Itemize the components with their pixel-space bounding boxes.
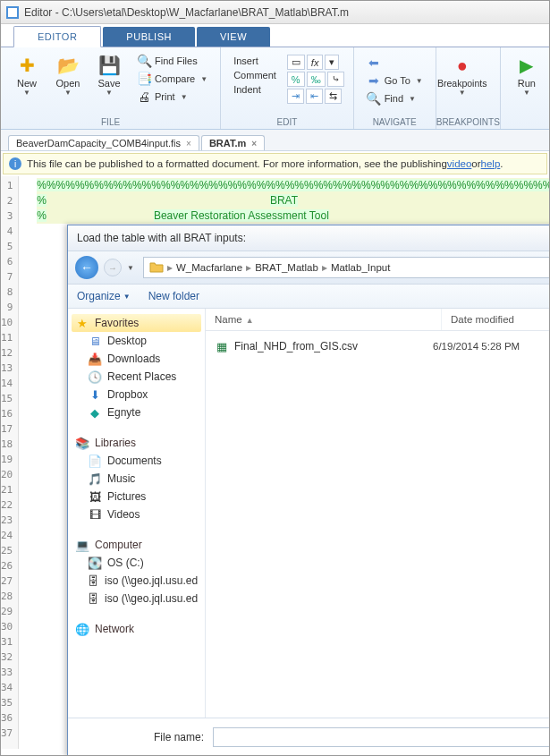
sidebar-item-desktop[interactable]: 🖥Desktop [72,332,201,350]
star-icon: ★ [75,316,89,330]
arrow-left-icon: ⬅ [367,55,381,70]
find-files-button[interactable]: 🔍 Find Files [133,53,211,69]
goto-icon: ➡ [367,73,381,88]
insert-section-button[interactable]: ▭ [287,55,305,70]
nav-history-dropdown[interactable]: ▼ [127,264,138,272]
dropdown-icon: ▼ [64,89,72,97]
sidebar-item-music[interactable]: 🎵Music [72,470,201,488]
column-header-date[interactable]: Date modified [442,309,550,330]
insert-fx-button[interactable]: fx [307,55,324,70]
tab-publish[interactable]: PUBLISH [103,27,195,47]
uncomment-button[interactable]: ‰ [307,72,326,87]
sidebar-item-dropbox[interactable]: ⬇Dropbox [72,386,201,403]
sidebar-item-downloads[interactable]: 📥Downloads [72,350,201,368]
find-button[interactable]: 🔍Find▼ [363,90,427,106]
dropdown-icon: ▼ [106,89,113,97]
help-link[interactable]: help [481,158,501,169]
ribbon-group-run: ▶ Run ▼ ▶ Run a Tim [501,47,550,129]
folder-icon [149,260,164,275]
ribbon: ✚ New ▼ 📂 Open ▼ 💾 Save ▼ 🔍 Find Files [1,47,549,130]
svg-rect-1 [8,8,17,17]
print-icon: 🖨 [137,89,151,104]
file-tab[interactable]: BeaverDamCapacity_COMB4input.fis × [8,135,199,150]
breadcrumb-item[interactable]: W_Macfarlane [176,262,242,273]
open-button[interactable]: 📂 Open ▼ [47,51,89,97]
insert-more-button[interactable]: ▾ [325,55,339,70]
indent-right-button[interactable]: ⇥ [287,89,304,104]
network-drive-icon: 🗄 [88,591,99,606]
new-folder-button[interactable]: New folder [148,290,199,302]
ribbon-group-edit: Insert Comment Indent ▭ fx ▾ % ‰ ⤷ ⇥ ⇤ [221,47,353,129]
filename-label: File name: [79,731,213,743]
video-link[interactable]: video [447,158,472,169]
close-icon[interactable]: × [251,139,257,149]
file-tabs: BeaverDamCapacity_COMB4input.fis × BRAT.… [1,130,549,151]
file-open-dialog: Load the table with all BRAT inputs: ← →… [67,225,550,756]
comment-pct-button[interactable]: % [287,72,305,87]
dialog-title: Load the table with all BRAT inputs: [68,225,550,251]
indent-button[interactable]: Indent [230,83,280,96]
filename-input[interactable] [213,727,550,747]
computer-icon: 💻 [75,538,89,552]
smart-indent-button[interactable]: ⇆ [325,89,342,104]
insert-button[interactable]: Insert [230,55,280,67]
breadcrumb-item[interactable]: Matlab_Input [331,262,391,273]
breadcrumb-item[interactable]: BRAT_Matlab [255,262,318,273]
dropdown-icon: ▼ [523,89,530,97]
address-bar[interactable]: ▸ W_Macfarlane ▸ BRAT_Matlab ▸ Matlab_In… [143,257,550,278]
sidebar-item-videos[interactable]: 🎞Videos [72,505,201,523]
dropdown-icon: ▼ [200,75,207,83]
sidebar-item-network-drive[interactable]: 🗄iso (\\geo.jql.usu.ed [72,572,201,590]
ribbon-group-file: ✚ New ▼ 📂 Open ▼ 💾 Save ▼ 🔍 Find Files [1,47,221,129]
sidebar-item-documents[interactable]: 📄Documents [72,452,201,470]
nav-back-button[interactable]: ← [75,256,98,279]
sidebar-item-network-drive[interactable]: 🗄iso (\\geo.jql.usu.ed [72,590,201,607]
sidebar-item-pictures[interactable]: 🖼Pictures [72,488,201,505]
comment-button[interactable]: Comment [230,69,280,81]
file-list-body[interactable]: ▦ Final_NHD_from_GIS.csv 6/19/2014 5:28 … [206,331,550,718]
music-icon: 🎵 [88,471,102,486]
dropdown-icon: ▼ [23,89,30,97]
sidebar-favorites-header[interactable]: ★Favorites [72,314,201,332]
sidebar-item-drive-c[interactable]: 💽OS (C:) [72,554,201,572]
dropdown-icon: ▼ [416,77,423,85]
column-header-name[interactable]: Name▲ [206,309,442,330]
videos-icon: 🎞 [88,507,102,522]
sidebar-libraries-header[interactable]: 📚Libraries [72,434,201,452]
folder-open-icon: 📂 [57,55,79,76]
tab-editor[interactable]: EDITOR [13,26,101,47]
nav-back-button[interactable]: ⬅ [363,55,427,71]
plus-icon: ✚ [16,55,38,76]
save-icon: 💾 [98,55,120,76]
comment-wrap-button[interactable]: ⤷ [327,72,344,87]
group-title-file: FILE [1,115,220,129]
organize-button[interactable]: Organize▼ [77,290,131,302]
file-row[interactable]: ▦ Final_NHD_from_GIS.csv 6/19/2014 5:28 … [206,336,550,356]
save-button[interactable]: 💾 Save ▼ [89,51,130,97]
breakpoint-icon: ● [452,55,473,76]
sidebar-computer-header[interactable]: 💻Computer [72,536,201,554]
compare-icon: 📑 [137,72,151,86]
indent-left-button[interactable]: ⇤ [306,89,323,104]
recent-icon: 🕓 [88,370,102,384]
breakpoints-button[interactable]: ● Breakpoints ▼ [442,51,483,97]
sidebar-item-recent[interactable]: 🕓Recent Places [72,368,201,386]
group-title-breakpoints: BREAKPOINTS [436,115,500,129]
dropdown-icon: ▼ [123,293,131,301]
run-button[interactable]: ▶ Run ▼ [506,51,547,97]
sidebar-network-header[interactable]: 🌐Network [72,620,201,638]
print-button[interactable]: 🖨 Print ▼ [133,89,211,105]
ribbon-group-navigate: ⬅ ➡Go To▼ 🔍Find▼ NAVIGATE [354,47,436,129]
nav-forward-button[interactable]: → [104,259,122,276]
file-tab[interactable]: BRAT.m × [201,135,265,150]
dialog-sidebar: ★Favorites 🖥Desktop 📥Downloads 🕓Recent P… [68,309,206,718]
goto-button[interactable]: ➡Go To▼ [363,72,427,89]
breadcrumb-separator: ▸ [244,261,253,274]
compare-button[interactable]: 📑 Compare ▼ [133,71,211,87]
close-icon[interactable]: × [186,139,191,149]
new-button[interactable]: ✚ New ▼ [6,51,47,97]
tab-view[interactable]: VIEW [197,27,270,47]
drive-icon: 💽 [88,556,102,570]
sidebar-item-egnyte[interactable]: ◆Egnyte [72,403,201,421]
group-title-edit: EDIT [221,115,352,129]
